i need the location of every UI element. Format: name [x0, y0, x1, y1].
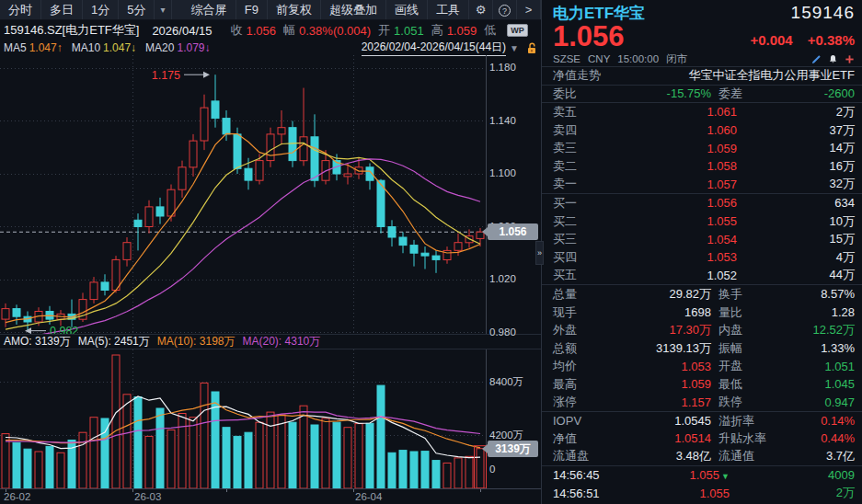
sell-level-row[interactable]: 卖二1.05816万 [542, 157, 862, 176]
high-label: 高 [431, 22, 443, 39]
volume-bar [322, 418, 329, 488]
open-value: 1.051 [394, 24, 424, 38]
sell-level-row[interactable]: 卖三1.05914万 [542, 139, 862, 157]
buy-levels: 买一1.056634 买二1.05510万 买三1.05415万 买四1.053… [542, 193, 862, 284]
volume-bar [344, 428, 351, 488]
sell-levels: 卖五1.0612万 卖四1.06037万 卖三1.05914万 卖二1.0581… [542, 102, 862, 193]
range-value: 0.38%(0.004) [299, 24, 371, 38]
price-change-pct: +0.38% [808, 32, 855, 48]
candle [278, 128, 285, 134]
range-dropdown-icon[interactable]: ▼ [510, 43, 519, 53]
buy-level-row[interactable]: 买五1.05244万 [542, 267, 862, 285]
symbol-label: 159146.SZ[电力ETF华宝] [4, 22, 139, 39]
edit-icon[interactable] [811, 54, 822, 64]
volume-axis-tick: 8400万 [489, 375, 523, 389]
open-label: 开 [378, 22, 390, 39]
amo-ma10: MA(10): 3198万 [157, 334, 236, 349]
volume-bar [366, 423, 374, 488]
candle [112, 259, 120, 290]
menu-tools[interactable]: 工具 [428, 0, 469, 19]
weibi-value: -15.75% [601, 86, 711, 100]
help-icon[interactable]: ? [493, 0, 517, 19]
stat-row: 净值1.0514升贴水率0.44% [542, 430, 862, 448]
volume-bar [289, 422, 296, 488]
volume-bar [24, 449, 31, 488]
volume-bar [278, 415, 285, 488]
quote-time: 15:00:00 [617, 53, 659, 64]
stat-row: 总额3139.13万振幅1.33% [542, 339, 862, 358]
x-axis-tick [480, 489, 481, 492]
buy-level-row[interactable]: 买三1.05415万 [542, 230, 862, 248]
weicha-value: -2600 [781, 86, 855, 100]
amo-bar: AMO: 3139万 MA(5): 2451万 MA(10): 3198万 MA… [0, 334, 541, 349]
sell-level-row[interactable]: 卖四1.06037万 [542, 121, 862, 140]
volume-bar [300, 406, 307, 488]
sell-level-row[interactable]: 卖一1.05732万 [542, 176, 862, 194]
volume-bar [267, 412, 274, 488]
volume-bar-chart[interactable] [0, 349, 541, 488]
add-icon[interactable] [845, 54, 855, 64]
wp-badge-icon[interactable]: WP [507, 24, 528, 37]
sell-level-row[interactable]: 卖五1.0612万 [542, 103, 862, 121]
tab-multiday[interactable]: 多日 [41, 0, 83, 19]
candle [410, 246, 418, 254]
price-chart-area: 1.1750.982 1.1801.1401.1001.0601.0200.98… [0, 55, 541, 334]
ma10-label: MA10 [72, 41, 100, 54]
app-window: 分时 多日 1分 5分 ▾ 综合屏 F9 前复权 超级叠加 画线 工具 ⚙ ? … [0, 0, 862, 504]
price-axis-tick: 1.100 [489, 167, 516, 178]
tab-1min[interactable]: 1分 [83, 0, 119, 19]
volume-bar [477, 449, 484, 488]
collapse-panel-handle[interactable]: » [535, 241, 544, 265]
volume-axis-tick: 0 [489, 464, 495, 475]
stat-row: 涨停1.157跌停0.947 [542, 394, 862, 412]
menu-forward-adjusted[interactable]: 前复权 [268, 0, 321, 19]
menu-f9[interactable]: F9 [236, 0, 268, 19]
candle [256, 161, 263, 181]
ma20-value: 1.079↓ [177, 41, 210, 54]
range-label: 幅 [283, 22, 295, 39]
amo-label: AMO: 3139万 [4, 334, 71, 349]
chevron-right-icon[interactable]: > [517, 0, 541, 19]
volume-bar [454, 458, 462, 488]
level-price: 1.052 [597, 269, 737, 282]
level-price: 1.059 [597, 142, 737, 155]
weicha-label: 委差 [711, 86, 781, 102]
date-range-link[interactable]: 2026/02/04-2026/04/15(44日) [362, 40, 506, 56]
nav-row[interactable]: 净值走势 华宝中证全指电力公用事业ETF [542, 66, 862, 85]
menu-composite-screen[interactable]: 综合屏 [183, 0, 236, 19]
nav-label: 净值走势 [553, 67, 610, 84]
period-dropdown-icon[interactable]: ▾ [155, 0, 171, 19]
candle [267, 134, 274, 161]
candle [388, 227, 396, 238]
volume-bar [465, 456, 473, 488]
candle [101, 282, 109, 291]
date-label: 2026/04/15 [152, 24, 212, 38]
buy-level-row[interactable]: 买一1.056634 [542, 194, 862, 212]
alert-bell-icon[interactable] [828, 54, 838, 64]
high-value: 1.059 [447, 24, 477, 38]
unlock-icon[interactable] [526, 42, 537, 54]
x-axis-label: 26-02 [4, 491, 30, 502]
menu-super-overlay[interactable]: 超级叠加 [321, 0, 386, 19]
gear-icon[interactable]: ⚙ [469, 0, 493, 19]
menu-draw-line[interactable]: 画线 [386, 0, 428, 19]
volume-bar [212, 392, 219, 488]
tab-5min[interactable]: 5分 [119, 0, 155, 19]
candle [454, 243, 462, 251]
tab-timeshare[interactable]: 分时 [0, 0, 41, 19]
ma20-label: MA20 [145, 41, 174, 54]
x-axis-tick [226, 489, 227, 492]
volume-bar [190, 418, 197, 488]
volume-bar [101, 418, 109, 488]
price-axis-tick: 0.980 [489, 326, 516, 338]
volume-bar [432, 461, 440, 488]
buy-level-row[interactable]: 买二1.05510万 [542, 212, 862, 231]
stat-row: 均价1.053开盘1.051 [542, 358, 862, 376]
currency-label: CNY [588, 53, 610, 64]
candle [123, 243, 131, 260]
tick-down-arrow-icon: ▼ [721, 472, 730, 481]
buy-level-row[interactable]: 买四1.0534万 [542, 248, 862, 267]
candle [399, 237, 407, 246]
price-candlestick-chart[interactable]: 1.1750.982 [0, 55, 541, 334]
market-status: 闭市 [666, 52, 687, 66]
